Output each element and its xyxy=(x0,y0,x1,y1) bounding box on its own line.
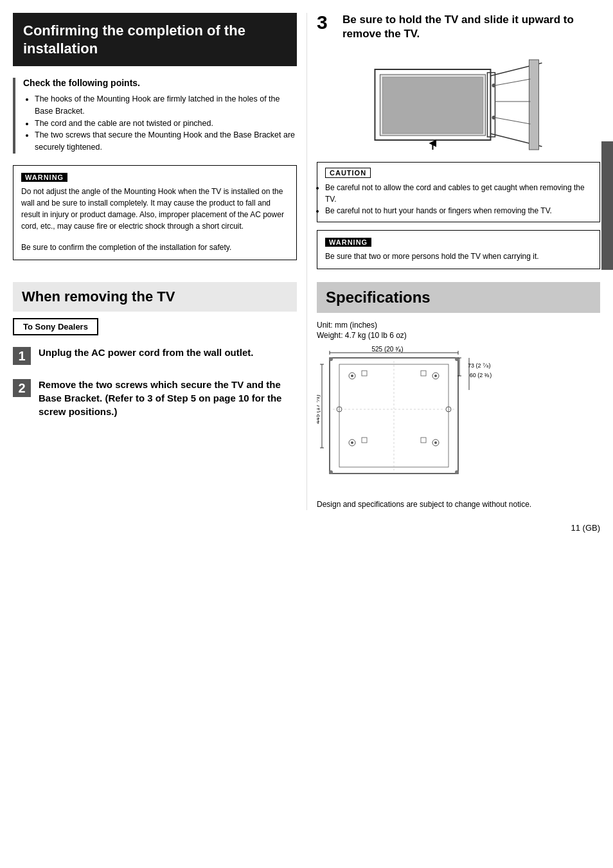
svg-point-43 xyxy=(329,357,333,361)
specs-section: Specifications Unit: mm (inches) Weight:… xyxy=(306,276,600,510)
removing-section: When removing the TV To Sony Dealers 1 U… xyxy=(13,276,306,510)
confirming-title: Confirming the completion of the install… xyxy=(23,22,287,57)
removing-title: When removing the TV xyxy=(22,288,288,305)
step1-number-box: 1 xyxy=(13,347,31,365)
svg-rect-32 xyxy=(421,371,426,376)
step2-number-box: 2 xyxy=(13,379,31,397)
list-item: Be careful not to allow the cord and cab… xyxy=(325,182,592,205)
svg-point-44 xyxy=(455,357,459,361)
warning-text-2: Be sure to confirm the completion of the… xyxy=(21,242,289,253)
step1-text: Unplug the AC power cord from the wall o… xyxy=(39,346,253,359)
list-item: The hooks of the Mounting Hook are firml… xyxy=(35,93,297,118)
svg-text:445 (17 ⁵⁄₈): 445 (17 ⁵⁄₈) xyxy=(317,394,321,424)
to-sony-dealers-box: To Sony Dealers xyxy=(13,318,98,335)
step1-container: 1 Unplug the AC power cord from the wall… xyxy=(13,346,297,365)
svg-point-24 xyxy=(434,375,437,377)
list-item: The two screws that secure the Mounting … xyxy=(35,129,297,154)
check-points-list: The hooks of the Mounting Hook are firml… xyxy=(23,93,297,154)
step2-container: 2 Remove the two screws which secure the… xyxy=(13,378,297,418)
page-footer: 11 (GB) xyxy=(13,510,600,533)
svg-text:525 (20 ³⁄₄): 525 (20 ³⁄₄) xyxy=(371,346,403,353)
to-sony-label: To Sony Dealers xyxy=(23,322,88,332)
step3-warning-text: Be sure that two or more persons hold th… xyxy=(325,251,592,262)
check-points-heading: Check the following points. xyxy=(23,78,297,88)
caution-label: CAUTION xyxy=(325,168,371,178)
tv-diagram-svg xyxy=(331,50,586,153)
svg-point-28 xyxy=(434,441,437,444)
caution-list: Be careful not to allow the cord and cab… xyxy=(325,182,592,217)
svg-rect-34 xyxy=(421,438,426,443)
svg-rect-2 xyxy=(382,77,483,134)
list-item: Be careful not to hurt your hands or fin… xyxy=(325,205,592,217)
sidebar-tab xyxy=(601,141,613,270)
step3-title: Be sure to hold the TV and slide it upwa… xyxy=(342,13,600,41)
step3-warning-box: WARNING Be sure that two or more persons… xyxy=(317,230,600,269)
svg-text:60 (2 ³⁄₈): 60 (2 ³⁄₈) xyxy=(470,372,492,378)
specs-unit: Unit: mm (inches) xyxy=(317,321,600,330)
warning-text-1: Do not adjust the angle of the Mounting … xyxy=(21,186,289,232)
svg-point-10 xyxy=(492,84,495,87)
svg-point-11 xyxy=(492,116,495,120)
specs-diagram: 525 (20 ³⁄₄) 60 (2 ³⁄₈) xyxy=(317,345,600,488)
svg-point-45 xyxy=(329,470,333,474)
warning-box: WARNING Do not adjust the angle of the M… xyxy=(13,165,297,260)
step2-text: Remove the two screws which secure the T… xyxy=(39,378,297,418)
list-item: The cord and the cable are not twisted o… xyxy=(35,118,297,130)
svg-point-46 xyxy=(455,470,459,474)
page-number: 11 (GB) xyxy=(571,523,600,533)
svg-point-26 xyxy=(351,441,353,444)
check-points-section: Check the following points. The hooks of… xyxy=(13,78,297,154)
specs-diagram-svg: 525 (20 ³⁄₄) 60 (2 ³⁄₈) xyxy=(317,345,497,486)
svg-text:73 (2 ⁷⁄₈): 73 (2 ⁷⁄₈) xyxy=(468,362,491,369)
svg-rect-33 xyxy=(362,438,367,443)
tv-illustration xyxy=(331,50,586,153)
warning-label: WARNING xyxy=(21,173,67,182)
step3-header: 3 Be sure to hold the TV and slide it up… xyxy=(317,13,600,41)
svg-rect-31 xyxy=(362,371,367,376)
step3-warning-label: WARNING xyxy=(325,238,371,247)
svg-point-22 xyxy=(351,375,353,377)
caution-box: CAUTION Be careful not to allow the cord… xyxy=(317,162,600,222)
specs-note: Design and specifications are subject to… xyxy=(317,499,600,510)
svg-line-7 xyxy=(495,79,530,85)
confirming-title-box: Confirming the completion of the install… xyxy=(13,13,297,66)
confirming-section: Confirming the completion of the install… xyxy=(13,13,306,276)
step3-number: 3 xyxy=(317,13,336,32)
specs-title: Specifications xyxy=(326,288,591,306)
specs-weight: Weight: 4.7 kg (10 lb 6 oz) xyxy=(317,331,600,340)
step2-number: 2 xyxy=(18,381,25,396)
svg-rect-6 xyxy=(529,60,538,150)
specs-title-box: Specifications xyxy=(317,282,600,313)
step3-section: 3 Be sure to hold the TV and slide it up… xyxy=(306,13,600,276)
step1-number: 1 xyxy=(18,349,25,364)
svg-line-9 xyxy=(495,118,530,124)
removing-title-box: When removing the TV xyxy=(13,282,297,312)
